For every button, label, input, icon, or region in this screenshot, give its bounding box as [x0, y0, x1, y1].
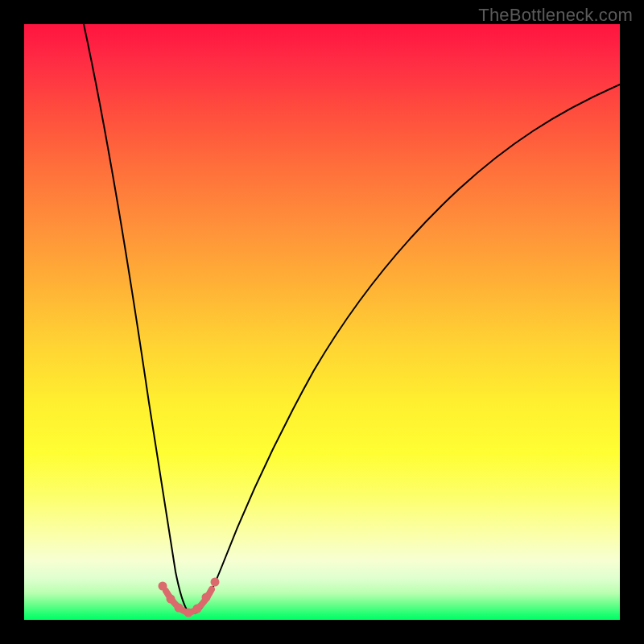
marker-point [211, 578, 220, 587]
marker-point [175, 604, 184, 613]
chart-svg [24, 24, 620, 620]
watermark-text: TheBottleneck.com [478, 5, 633, 26]
plot-area [24, 24, 620, 620]
marker-point [159, 582, 167, 591]
marker-point [184, 609, 193, 617]
marker-point [167, 595, 175, 604]
marker-point [193, 605, 202, 613]
chart-frame: TheBottleneck.com [0, 0, 644, 644]
bottleneck-curve [84, 24, 620, 613]
marker-point [202, 593, 211, 602]
